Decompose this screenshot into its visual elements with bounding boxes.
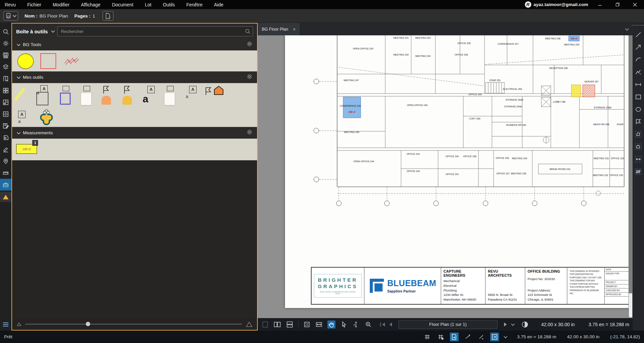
tab-close-icon[interactable]: × xyxy=(293,27,296,32)
sync-options-chevron[interactable] xyxy=(503,334,507,338)
arrow-tool-button[interactable] xyxy=(633,41,644,53)
panel-title-dropdown[interactable] xyxy=(51,29,55,33)
tool-tree[interactable] xyxy=(38,107,55,128)
snap-toggle-button[interactable] xyxy=(436,333,445,341)
vertical-scrollbar[interactable] xyxy=(629,35,633,318)
text-select-button[interactable]: A xyxy=(352,320,360,329)
section-gear-icon[interactable] xyxy=(247,74,252,81)
tool-flag-orange[interactable] xyxy=(102,85,111,105)
arc-tool-button[interactable] xyxy=(633,53,644,66)
select-cursor-button[interactable] xyxy=(340,320,348,329)
tool-yellow-ellipse[interactable] xyxy=(17,54,34,69)
spaces-panel-button[interactable] xyxy=(0,96,11,108)
tool-flag-house[interactable] xyxy=(204,85,224,97)
file-access-panel-button[interactable] xyxy=(0,108,11,120)
first-page-button[interactable] xyxy=(380,322,385,327)
menu-affichage[interactable]: Affichage xyxy=(81,2,101,7)
area-measure-button[interactable] xyxy=(633,140,644,153)
multi-page-view-button[interactable] xyxy=(286,320,294,329)
studio-panel-button[interactable] xyxy=(0,132,11,143)
zoom-tool-button[interactable] xyxy=(364,320,372,329)
tool-highlighter[interactable] xyxy=(18,87,21,102)
markup-pen-button[interactable] xyxy=(463,333,472,341)
grid-toggle-button[interactable] xyxy=(423,333,432,341)
markup-annotation[interactable] xyxy=(583,85,595,97)
tool-size-slider[interactable] xyxy=(25,324,242,324)
tool-red-rectangle[interactable] xyxy=(40,53,56,69)
account-email[interactable]: ayaz.taimoor@gmail.com xyxy=(534,2,588,7)
rail-drag-handle[interactable]: •••••••• xyxy=(632,24,644,28)
menu-document[interactable]: Document xyxy=(112,2,134,7)
section-gear-icon[interactable] xyxy=(247,129,252,136)
single-page-view-button[interactable] xyxy=(261,320,269,329)
tool-blue-rectangle[interactable] xyxy=(60,86,71,105)
minimize-button[interactable] xyxy=(594,1,606,8)
tool-red-polyline[interactable] xyxy=(63,57,82,68)
ellipse-tool-button[interactable] xyxy=(633,103,644,115)
document-viewport[interactable]: 488 sf150 sf OPEN OFFICE 200MEETING 201M… xyxy=(258,35,633,318)
polyline-tool-button[interactable] xyxy=(633,66,644,78)
page-navigation-field[interactable]: Floor Plan (1 sur 1) xyxy=(398,320,498,329)
page-nav-chevron[interactable] xyxy=(511,322,515,325)
tool-white-card[interactable] xyxy=(81,86,92,105)
pdf-page[interactable]: 488 sf150 sf OPEN OFFICE 200MEETING 201M… xyxy=(285,35,633,308)
menu-outils[interactable]: Outils xyxy=(163,2,175,7)
tool-text-note-small[interactable]: A a xyxy=(186,86,196,99)
sync-toggle-button[interactable] xyxy=(490,333,499,341)
search-input[interactable] xyxy=(57,26,253,36)
menu-fichier[interactable]: Fichier xyxy=(27,2,41,7)
menu-lot[interactable]: Lot xyxy=(145,2,151,7)
section-header-mes-outils[interactable]: Mes outils xyxy=(12,72,257,83)
slider-handle[interactable] xyxy=(86,322,90,326)
rectangle-tool-button[interactable] xyxy=(633,91,644,103)
tab-list-chevron[interactable] xyxy=(625,27,629,30)
fit-width-button[interactable] xyxy=(315,320,323,329)
tab-bg-floor-plan[interactable]: BG Floor Plan × xyxy=(258,23,300,35)
tool-note-text[interactable]: A a xyxy=(36,85,48,105)
length-measure-button[interactable] xyxy=(633,153,644,165)
section-header-bg-tools[interactable]: BG Tools xyxy=(12,39,257,50)
pan-hand-button[interactable] xyxy=(327,320,335,329)
properties-gear-button[interactable] xyxy=(0,37,11,49)
tool-text-box-a[interactable]: A a xyxy=(18,111,26,124)
tool-text-a[interactable]: A a xyxy=(143,86,155,104)
menu-modifier[interactable]: Modifier xyxy=(53,2,70,7)
line-tool-button[interactable] xyxy=(633,28,644,41)
menu-aide[interactable]: Aide xyxy=(214,2,223,7)
section-gear-icon[interactable] xyxy=(247,41,252,48)
tool-flag-yellow[interactable] xyxy=(122,85,132,105)
signatures-panel-button[interactable] xyxy=(0,143,11,155)
next-page-button[interactable] xyxy=(504,322,507,327)
panel-warning-toggle[interactable] xyxy=(0,192,11,202)
previous-page-button[interactable] xyxy=(389,322,392,327)
polygon-tool-button[interactable] xyxy=(633,115,644,128)
places-pin-button[interactable] xyxy=(0,155,11,167)
scrollbar-thumb[interactable] xyxy=(629,293,632,317)
markup-list-toggle[interactable] xyxy=(0,320,11,329)
fit-page-button[interactable] xyxy=(303,320,311,329)
bookmarks-panel-button[interactable] xyxy=(0,73,11,84)
sets-panel-button[interactable] xyxy=(0,84,11,96)
tool-chest-panel-button[interactable] xyxy=(0,179,11,191)
reuse-markup-toggle[interactable] xyxy=(450,333,459,341)
menu-revu[interactable]: Revu xyxy=(5,2,16,7)
markup-summary-button[interactable] xyxy=(0,120,11,132)
side-by-side-view-button[interactable] xyxy=(274,320,282,329)
section-header-measurements[interactable]: Measurements xyxy=(12,127,257,138)
dimension-tool-button[interactable] xyxy=(633,78,644,91)
markup-annotation[interactable] xyxy=(571,85,581,97)
markup-annotation[interactable] xyxy=(343,97,361,118)
polygon-measure-button[interactable] xyxy=(633,128,644,140)
restore-button[interactable] xyxy=(612,1,623,8)
signature-pen-button[interactable] xyxy=(477,333,486,341)
count-tool-button[interactable] xyxy=(633,165,644,178)
search-panel-button[interactable] xyxy=(0,26,11,37)
split-view-button[interactable] xyxy=(3,11,18,21)
contrast-mode-button[interactable] xyxy=(521,320,529,329)
thumbnails-panel-button[interactable] xyxy=(0,49,11,61)
menu-fenetre[interactable]: Fenêtre xyxy=(186,2,203,7)
tool-white-card-2[interactable] xyxy=(164,86,175,105)
measurements-panel-button[interactable] xyxy=(0,167,11,179)
new-page-button[interactable] xyxy=(103,11,113,21)
layers-panel-button[interactable] xyxy=(0,61,11,73)
